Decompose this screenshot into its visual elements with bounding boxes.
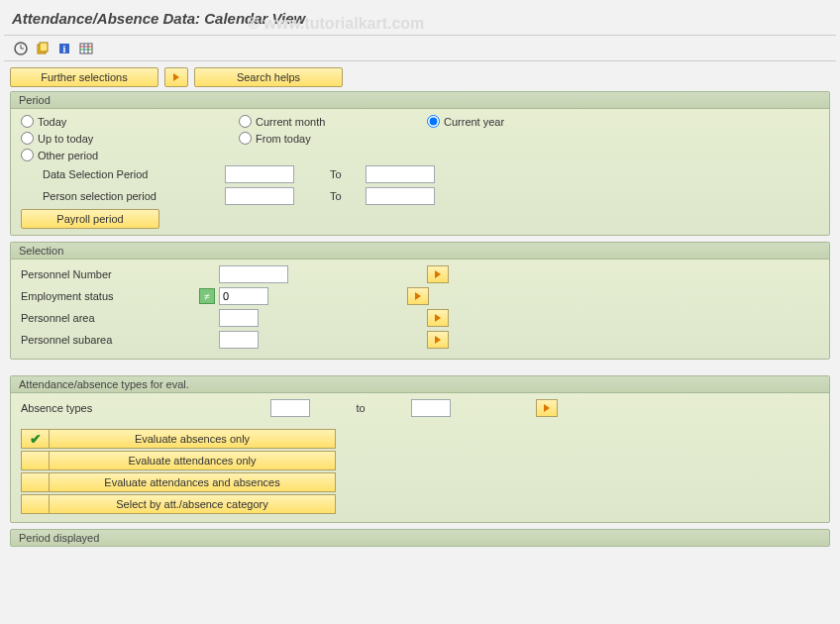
select-by-category-button[interactable]: Select by att./absence category [49,494,336,514]
radio-today[interactable]: Today [21,115,66,128]
employment-status-label: Employment status [21,290,199,302]
payroll-period-button[interactable]: Payroll period [21,209,159,229]
employment-status-input[interactable] [219,287,268,305]
absence-types-to-label: to [316,402,405,414]
period-group: Period Today Current month [10,91,830,236]
personnel-subarea-more-button[interactable] [427,331,449,349]
period-displayed-header: Period displayed [10,529,830,547]
absence-types-label: Absence types [21,402,199,414]
search-helps-arrow-button[interactable] [164,67,188,87]
personnel-area-more-button[interactable] [427,309,449,327]
svg-rect-7 [80,44,92,53]
to-label-2: To [300,190,360,202]
period-header: Period [11,92,829,109]
radio-other-period-input[interactable] [21,149,34,161]
employment-status-more-button[interactable] [407,287,429,305]
eval-both-button[interactable]: Evaluate attendances and absences [49,472,336,492]
personnel-area-label: Personnel area [21,312,199,324]
svg-rect-4 [40,43,48,52]
absence-types-more-button[interactable] [536,399,558,417]
eval-absences-check-icon: ✔ [21,429,49,449]
page-title: Attendance/Absence Data: Calendar View [4,4,836,36]
radio-up-to-today-input[interactable] [21,132,34,145]
not-equal-icon[interactable]: ≠ [199,288,215,304]
radio-current-month-input[interactable] [239,115,252,128]
personnel-area-input[interactable] [219,309,259,327]
to-label-1: To [300,168,360,180]
eval-absences-only-button[interactable]: Evaluate absences only [49,429,336,449]
person-selection-period-to-input[interactable] [366,187,435,205]
selection-group: Selection Personnel Number Employment st… [10,242,830,360]
search-helps-button[interactable]: Search helps [194,67,343,87]
eval-attendances-check-cell [21,451,49,470]
data-selection-period-from-input[interactable] [225,165,294,183]
eval-group: Attendance/absence types for eval. Absen… [10,375,830,523]
svg-text:i: i [63,44,66,54]
radio-today-label: Today [38,116,66,128]
selection-header: Selection [11,243,829,260]
eval-both-check-cell [21,472,49,492]
radio-current-month[interactable]: Current month [239,115,325,128]
further-selections-button[interactable]: Further selections [10,67,158,87]
absence-types-from-input[interactable] [270,399,310,417]
radio-from-today-label: From today [256,133,311,145]
radio-up-to-today[interactable]: Up to today [21,132,93,145]
radio-up-to-today-label: Up to today [38,133,93,145]
toolbar: i [4,36,836,61]
select-by-category-check-cell [21,494,49,514]
personnel-subarea-input[interactable] [219,331,259,349]
radio-current-year-input[interactable] [427,115,440,128]
personnel-number-input[interactable] [219,265,288,283]
radio-today-input[interactable] [21,115,34,128]
personnel-number-label: Personnel Number [21,268,199,280]
radio-from-today-input[interactable] [239,132,252,145]
person-selection-period-label: Person selection period [21,190,219,202]
data-selection-period-label: Data Selection Period [21,168,219,180]
radio-other-period[interactable]: Other period [21,149,98,161]
radio-current-year[interactable]: Current year [427,115,504,128]
info-icon[interactable]: i [55,40,73,57]
execute-icon[interactable] [12,40,30,57]
data-selection-period-to-input[interactable] [366,165,435,183]
person-selection-period-from-input[interactable] [225,187,294,205]
variant-icon[interactable] [34,40,52,57]
table-icon[interactable] [77,40,95,57]
personnel-number-more-button[interactable] [427,265,449,283]
radio-from-today[interactable]: From today [239,132,311,145]
absence-types-to-input[interactable] [411,399,451,417]
radio-other-period-label: Other period [38,150,98,161]
radio-current-month-label: Current month [256,116,325,128]
eval-attendances-only-button[interactable]: Evaluate attendances only [49,451,336,470]
radio-current-year-label: Current year [444,116,504,128]
personnel-subarea-label: Personnel subarea [21,334,199,346]
eval-header: Attendance/absence types for eval. [11,376,829,393]
